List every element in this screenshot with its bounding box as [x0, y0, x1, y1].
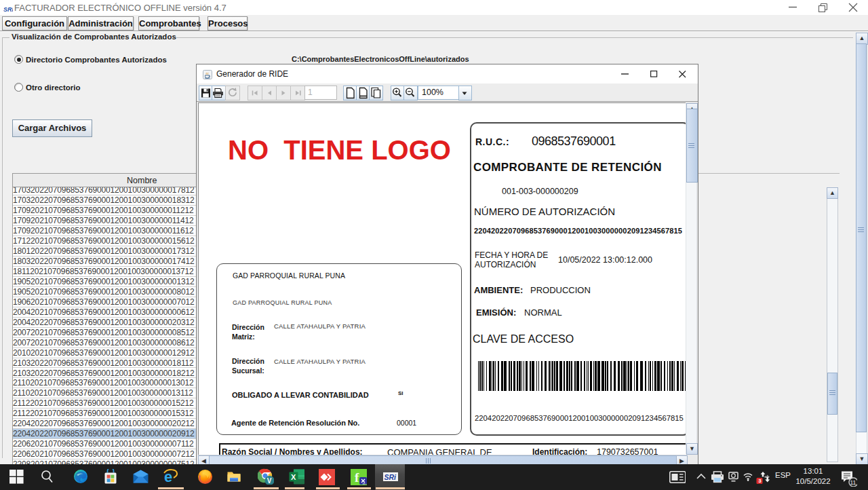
- svg-text:SRi: SRi: [384, 473, 397, 481]
- svg-text:3: 3: [758, 478, 762, 484]
- svg-text:xls: xls: [363, 483, 366, 485]
- svg-text:11: 11: [850, 479, 856, 486]
- svg-text:X: X: [291, 473, 296, 481]
- svg-text:SRI: SRI: [3, 6, 13, 13]
- svg-text:f: f: [355, 470, 359, 485]
- svg-text:V: V: [267, 477, 272, 485]
